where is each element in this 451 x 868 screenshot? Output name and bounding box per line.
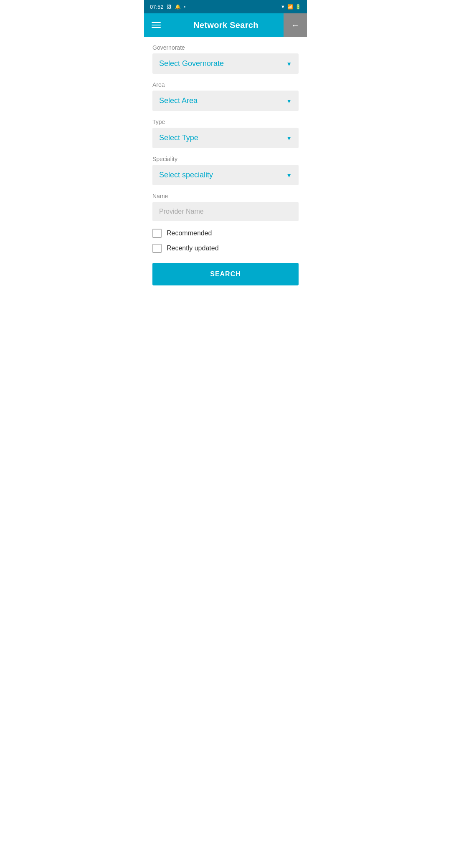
status-bar: 07:52 🖼 🔔 • ▼ 📶 🔋 — [144, 0, 307, 13]
name-label: Name — [152, 193, 299, 199]
governorate-field-group: Governorate Select Governorate ▼ — [152, 44, 299, 74]
recommended-checkbox-box — [152, 229, 162, 238]
recently-updated-checkbox-box — [152, 244, 162, 253]
recently-updated-checkbox[interactable]: Recently updated — [152, 244, 299, 253]
status-time: 07:52 — [150, 4, 164, 10]
dot-icon: • — [184, 4, 186, 9]
type-label: Type — [152, 119, 299, 125]
checkbox-group: Recommended Recently updated — [152, 229, 299, 253]
chevron-down-icon: ▼ — [286, 172, 292, 179]
menu-icon — [152, 25, 161, 25]
wifi-icon: ▼ — [281, 4, 285, 9]
chevron-down-icon: ▼ — [286, 98, 292, 104]
area-field-group: Area Select Area ▼ — [152, 81, 299, 111]
recommended-label: Recommended — [167, 230, 212, 237]
image-icon: 🖼 — [167, 4, 172, 9]
area-value: Select Area — [159, 96, 198, 105]
speciality-dropdown[interactable]: Select speciality ▼ — [152, 165, 299, 185]
back-button[interactable]: ← — [284, 13, 307, 37]
recommended-checkbox[interactable]: Recommended — [152, 229, 299, 238]
type-value: Select Type — [159, 134, 198, 142]
type-dropdown[interactable]: Select Type ▼ — [152, 128, 299, 148]
search-button[interactable]: SEARCH — [152, 263, 299, 285]
form-content: Governorate Select Governorate ▼ Area Se… — [144, 37, 307, 293]
menu-icon — [152, 22, 161, 23]
provider-name-input[interactable] — [152, 202, 299, 221]
speciality-value: Select speciality — [159, 171, 213, 179]
name-field-group: Name — [152, 193, 299, 221]
chevron-down-icon: ▼ — [286, 135, 292, 141]
governorate-value: Select Governorate — [159, 59, 224, 68]
chevron-down-icon: ▼ — [286, 61, 292, 67]
back-arrow-icon: ← — [291, 20, 299, 30]
area-dropdown[interactable]: Select Area ▼ — [152, 91, 299, 111]
governorate-label: Governorate — [152, 44, 299, 51]
page-title: Network Search — [168, 20, 284, 30]
speciality-label: Speciality — [152, 156, 299, 162]
status-left: 07:52 🖼 🔔 • — [150, 4, 185, 10]
menu-button[interactable] — [144, 22, 168, 28]
signal-icon: 📶 — [287, 4, 293, 10]
area-label: Area — [152, 81, 299, 88]
battery-icon: 🔋 — [295, 4, 301, 10]
notification-icon: 🔔 — [175, 4, 181, 10]
menu-icon — [152, 27, 161, 28]
recently-updated-label: Recently updated — [167, 245, 219, 252]
speciality-field-group: Speciality Select speciality ▼ — [152, 156, 299, 185]
app-bar: Network Search ← — [144, 13, 307, 37]
status-right: ▼ 📶 🔋 — [281, 4, 301, 10]
type-field-group: Type Select Type ▼ — [152, 119, 299, 148]
governorate-dropdown[interactable]: Select Governorate ▼ — [152, 53, 299, 74]
